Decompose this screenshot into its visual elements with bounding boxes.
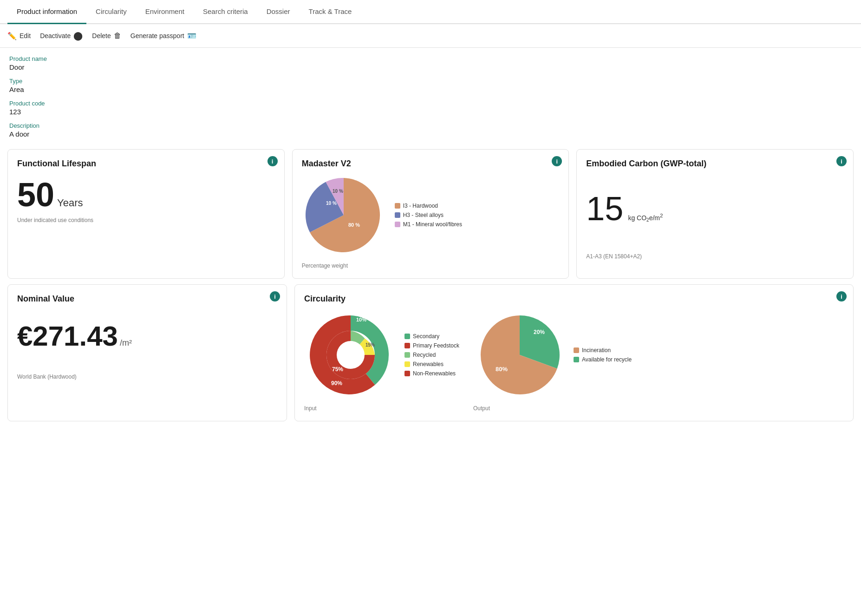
embodied-carbon-card: Embodied Carbon (GWP-total) i 15 kg CO2e… <box>576 149 854 279</box>
legend-label-steel: H3 - Steel alloys <box>403 212 444 218</box>
delete-label: Delete <box>92 32 111 39</box>
delete-icon: 🗑 <box>114 32 121 40</box>
svg-text:10 %: 10 % <box>333 189 343 194</box>
functional-lifespan-value: 50 <box>17 178 54 211</box>
edit-button[interactable]: ✏️ Edit <box>7 30 31 42</box>
functional-lifespan-number-row: 50 Years <box>17 178 275 211</box>
tab-product-information[interactable]: Product information <box>7 0 86 24</box>
svg-text:10%: 10% <box>356 317 366 322</box>
madaster-v2-footnote: Percentage weight <box>302 262 560 269</box>
product-description-label: Description <box>9 122 852 129</box>
edit-label: Edit <box>20 32 31 39</box>
svg-text:90%: 90% <box>331 380 342 387</box>
passport-icon: 🪪 <box>187 32 196 40</box>
legend-mineral: M1 - Mineral wool/fibres <box>395 221 462 228</box>
madaster-v2-pie: 80 % 10 % 10 % <box>302 173 385 257</box>
svg-point-4 <box>337 341 365 369</box>
legend-available-recycle: Available for recycle <box>574 356 632 363</box>
legend-label-secondary: Secondary <box>413 333 439 340</box>
bottom-cards-row: Nominal Value i €271.43 /m² World Bank (… <box>0 284 861 429</box>
svg-text:75%: 75% <box>332 366 343 373</box>
tab-bar: Product information Circularity Environm… <box>0 0 861 24</box>
functional-lifespan-footnote: Under indicated use conditions <box>17 217 275 223</box>
legend-primary-feedstock: Primary Feedstock <box>404 342 459 349</box>
legend-dot-secondary <box>404 334 410 339</box>
svg-text:15%: 15% <box>365 342 375 347</box>
embodied-carbon-value: 15 <box>586 192 623 225</box>
embodied-carbon-footnote: A1-A3 (EN 15804+A2) <box>586 253 844 260</box>
product-name-value: Door <box>9 63 852 71</box>
circularity-card: Circularity i <box>294 284 854 421</box>
toolbar: ✏️ Edit Deactivate ⬤ Delete 🗑 Generate p… <box>0 24 861 48</box>
generate-passport-label: Generate passport <box>130 32 184 39</box>
legend-recycled: Recycled <box>404 352 459 358</box>
madaster-v2-card: Madaster V2 i 80 % 10 % 10 % I3 - H <box>292 149 569 279</box>
tab-environment[interactable]: Environment <box>136 0 194 24</box>
madaster-v2-info-icon[interactable]: i <box>552 156 562 166</box>
generate-passport-button[interactable]: Generate passport 🪪 <box>130 30 196 42</box>
functional-lifespan-title: Functional Lifespan <box>17 159 275 169</box>
product-type-label: Type <box>9 78 852 85</box>
circularity-input-legend: Secondary Primary Feedstock Recycled <box>404 333 459 377</box>
legend-label-incineration: Incineration <box>582 347 611 354</box>
nominal-value-info-icon[interactable]: i <box>270 291 280 301</box>
legend-non-renewables: Non-Renewables <box>404 370 459 377</box>
nominal-value-number-row: €271.43 /m² <box>17 322 277 350</box>
legend-steel: H3 - Steel alloys <box>395 212 462 218</box>
product-code-value: 123 <box>9 108 852 116</box>
edit-icon: ✏️ <box>7 32 17 40</box>
legend-dot-available-recycle <box>574 357 579 362</box>
nominal-value-price: €271.43 <box>17 322 118 350</box>
circularity-info-icon[interactable]: i <box>836 291 847 301</box>
legend-dot-mineral <box>395 222 400 227</box>
legend-dot-recycled <box>404 352 410 358</box>
circularity-title: Circularity <box>304 294 844 304</box>
product-type-value: Area <box>9 85 852 93</box>
functional-lifespan-card: Functional Lifespan i 50 Years Under ind… <box>7 149 285 279</box>
legend-label-recycled: Recycled <box>413 352 436 358</box>
tab-search-criteria[interactable]: Search criteria <box>194 0 257 24</box>
legend-label-non-renewables: Non-Renewables <box>413 370 456 377</box>
embodied-carbon-info-icon[interactable]: i <box>836 156 847 166</box>
product-code-label: Product code <box>9 100 852 107</box>
product-name-label: Product name <box>9 55 852 62</box>
nominal-value-footnote: World Bank (Hardwood) <box>17 374 277 380</box>
delete-button[interactable]: Delete 🗑 <box>92 30 121 42</box>
legend-label-primary: Primary Feedstock <box>413 342 459 349</box>
nominal-value-unit: /m² <box>120 338 132 348</box>
svg-text:80 %: 80 % <box>348 222 360 228</box>
tab-circularity[interactable]: Circularity <box>86 0 136 24</box>
deactivate-button[interactable]: Deactivate ⬤ <box>40 29 83 43</box>
madaster-v2-legend: I3 - Hardwood H3 - Steel alloys M1 - Min… <box>395 203 462 228</box>
deactivate-label: Deactivate <box>40 32 71 39</box>
legend-label-renewables: Renewables <box>413 361 444 367</box>
circularity-input-footnote: Input <box>304 405 317 412</box>
nominal-value-title: Nominal Value <box>17 294 277 304</box>
svg-text:20%: 20% <box>534 329 545 335</box>
legend-label-hardwood: I3 - Hardwood <box>403 203 438 209</box>
legend-renewables: Renewables <box>404 361 459 367</box>
circularity-output-pie: 20% 80% <box>473 308 566 401</box>
legend-dot-renewables <box>404 361 410 367</box>
svg-text:10 %: 10 % <box>326 201 337 206</box>
circularity-output-footnote: Output <box>473 405 490 412</box>
embodied-carbon-title: Embodied Carbon (GWP-total) <box>586 159 844 169</box>
legend-dot-incineration <box>574 347 579 353</box>
product-description-value: A door <box>9 130 852 138</box>
deactivate-icon: ⬤ <box>73 31 83 41</box>
legend-secondary: Secondary <box>404 333 459 340</box>
circularity-output-legend: Incineration Available for recycle <box>574 347 632 363</box>
product-info: Product name Door Type Area Product code… <box>0 48 861 144</box>
circularity-input-pie: 10% 90% 15% 75% <box>304 308 397 401</box>
legend-label-available-recycle: Available for recycle <box>582 356 632 363</box>
embodied-carbon-number-row: 15 kg CO2e/m2 <box>586 192 844 225</box>
legend-label-mineral: M1 - Mineral wool/fibres <box>403 221 462 228</box>
madaster-v2-pie-container: 80 % 10 % 10 % I3 - Hardwood H3 - Steel … <box>302 173 560 257</box>
embodied-carbon-unit: kg CO2e/m2 <box>628 212 663 223</box>
madaster-v2-title: Madaster V2 <box>302 159 560 169</box>
svg-text:80%: 80% <box>496 366 508 373</box>
legend-dot-hardwood <box>395 203 400 209</box>
functional-lifespan-info-icon[interactable]: i <box>267 156 278 166</box>
tab-track-trace[interactable]: Track & Trace <box>300 0 361 24</box>
tab-dossier[interactable]: Dossier <box>257 0 300 24</box>
